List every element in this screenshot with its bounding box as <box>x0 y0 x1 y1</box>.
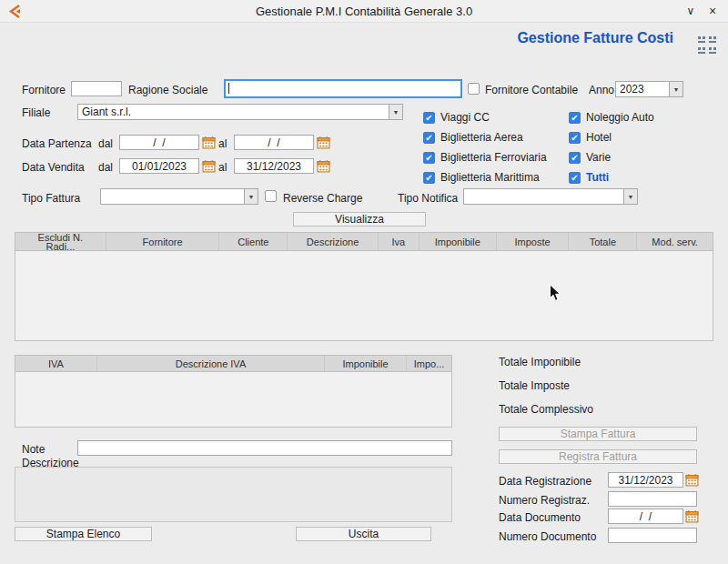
invoices-table-header: Escludi N. Radi... Fornitore Cliente Des… <box>15 233 713 251</box>
descrizione-textarea[interactable] <box>15 467 452 522</box>
calendar-icon[interactable] <box>202 159 216 173</box>
checkbox-label: Biglietteria Ferroviaria <box>440 151 547 164</box>
fornitore-contabile-checkbox[interactable]: ✔ <box>468 83 480 95</box>
invoices-table-body <box>15 251 713 340</box>
fornitore-contabile-label: Fornitore Contabile <box>485 84 578 96</box>
ragione-sociale-label: Ragione Sociale <box>128 84 207 96</box>
note-label: Note <box>22 443 45 456</box>
al-label: al <box>218 161 227 174</box>
checkbox-label: Viaggi CC <box>440 111 490 124</box>
totale-imponibile-label: Totale Imponibile <box>499 356 581 368</box>
page-title: Gestione Fatture Costi <box>400 30 673 46</box>
column-header-imposte: Impo... <box>407 356 451 371</box>
column-header-iva: Iva <box>379 233 420 250</box>
anno-value: 2023 <box>616 82 669 96</box>
data-documento-label: Data Documento <box>499 511 581 524</box>
close-button[interactable]: × <box>704 4 721 20</box>
registra-fattura-button[interactable]: Registra Fattura <box>499 449 697 464</box>
checkbox-icon: ✔ <box>265 190 277 202</box>
checkbox-icon: ✔ <box>569 132 581 144</box>
anno-label: Anno <box>589 84 614 96</box>
iva-table-body <box>15 372 451 427</box>
titlebar: Gestionale P.M.I Contabilità Generale 3.… <box>0 0 728 23</box>
calendar-icon[interactable] <box>685 473 699 487</box>
page-grid-icon <box>694 33 718 62</box>
checkbox-noleggio-auto[interactable]: ✔ Noleggio Auto <box>569 111 654 124</box>
numero-documento-label: Numero Documento <box>499 530 596 543</box>
checkbox-label: Noleggio Auto <box>586 111 654 124</box>
fornitore-label: Fornitore <box>22 84 66 96</box>
tipo-fattura-select[interactable]: ▼ <box>100 188 258 205</box>
column-header-imponibile: Imponibile <box>420 233 497 250</box>
checkbox-biglietteria-aerea[interactable]: ✔ Biglietteria Aerea <box>423 131 523 144</box>
checkbox-hotel[interactable]: ✔ Hotel <box>569 131 612 144</box>
minimize-button[interactable]: ∨ <box>682 4 699 20</box>
checkbox-biglietteria-ferroviaria[interactable]: ✔ Biglietteria Ferroviaria <box>423 151 547 164</box>
column-header-iva: IVA <box>15 356 97 371</box>
checkbox-icon: ✔ <box>423 132 435 144</box>
column-header-cliente: Cliente <box>219 233 288 250</box>
numero-documento-input[interactable] <box>608 528 697 543</box>
data-partenza-dal-input[interactable] <box>119 135 199 150</box>
checkbox-tutti[interactable]: ✔ Tutti <box>569 171 609 184</box>
visualizza-button[interactable]: Visualizza <box>293 212 426 227</box>
tipo-fattura-label: Tipo Fattura <box>22 192 80 205</box>
data-partenza-label: Data Partenza <box>22 137 92 150</box>
dal-label: dal <box>98 137 113 150</box>
data-vendita-al-input[interactable] <box>234 158 314 174</box>
column-header-escludi: Escludi N. Radi... <box>15 233 106 250</box>
column-header-mod-serv: Mod. serv. <box>637 233 713 250</box>
filiale-label: Filiale <box>22 106 50 119</box>
reverse-charge-label: Reverse Charge <box>283 192 362 205</box>
checkbox-viaggi-cc[interactable]: ✔ Viaggi CC <box>423 111 490 124</box>
numero-registraz-label: Numero Registraz. <box>499 494 590 507</box>
text-caret <box>228 83 229 94</box>
column-header-descrizione-iva: Descrizione IVA <box>97 356 325 371</box>
al-label: al <box>218 137 227 150</box>
ragione-sociale-input[interactable] <box>224 79 462 98</box>
totale-imposte-label: Totale Imposte <box>499 379 570 392</box>
window-title: Gestionale P.M.I Contabilità Generale 3.… <box>0 5 728 18</box>
checkbox-biglietteria-marittima[interactable]: ✔ Biglietteria Marittima <box>423 171 540 184</box>
calendar-icon[interactable] <box>317 159 330 173</box>
chevron-down-icon: ▼ <box>244 189 258 204</box>
tipo-notifica-value <box>464 189 623 204</box>
checkbox-label: Biglietteria Aerea <box>440 131 523 144</box>
filiale-value: Giant s.r.l. <box>78 105 389 119</box>
data-vendita-dal-input[interactable] <box>119 158 199 174</box>
calendar-icon[interactable] <box>685 509 699 523</box>
column-header-imponibile: Imponibile <box>325 356 407 371</box>
data-documento-input[interactable] <box>608 509 683 524</box>
checkbox-icon: ✔ <box>423 112 435 124</box>
tipo-fattura-value <box>101 189 244 204</box>
uscita-button[interactable]: Uscita <box>296 527 431 541</box>
iva-table: IVA Descrizione IVA Imponibile Impo... <box>15 355 452 428</box>
tipo-notifica-select[interactable]: ▼ <box>463 188 638 205</box>
data-vendita-label: Data Vendita <box>22 161 85 174</box>
chevron-down-icon: ▼ <box>389 105 402 119</box>
note-input[interactable] <box>77 440 452 456</box>
calendar-icon[interactable] <box>317 136 330 149</box>
data-registrazione-input[interactable] <box>608 472 683 488</box>
invoices-table: Escludi N. Radi... Fornitore Cliente Des… <box>15 232 713 341</box>
filiale-select[interactable]: Giant s.r.l. ▼ <box>77 104 403 120</box>
checkbox-icon: ✔ <box>423 172 435 184</box>
checkbox-icon: ✔ <box>569 172 581 184</box>
checkbox-icon: ✔ <box>468 83 480 95</box>
checkbox-icon: ✔ <box>569 152 581 164</box>
checkbox-label: Hotel <box>586 131 612 144</box>
reverse-charge-checkbox[interactable]: ✔ <box>265 190 277 202</box>
fornitore-input[interactable] <box>71 81 122 96</box>
chevron-down-icon: ▼ <box>623 189 637 204</box>
anno-select[interactable]: 2023 ▼ <box>615 81 683 97</box>
numero-registraz-input[interactable] <box>608 491 697 507</box>
totale-complessivo-label: Totale Complessivo <box>499 403 593 416</box>
column-header-totale: Totale <box>569 233 637 250</box>
checkbox-icon: ✔ <box>569 112 581 124</box>
stampa-elenco-button[interactable]: Stampa Elenco <box>15 527 152 541</box>
calendar-icon[interactable] <box>202 136 216 149</box>
checkbox-varie[interactable]: ✔ Varie <box>569 151 611 164</box>
stampa-fattura-button[interactable]: Stampa Fattura <box>499 427 697 441</box>
data-partenza-al-input[interactable] <box>234 135 314 150</box>
app-window: Gestionale P.M.I Contabilità Generale 3.… <box>0 0 728 564</box>
